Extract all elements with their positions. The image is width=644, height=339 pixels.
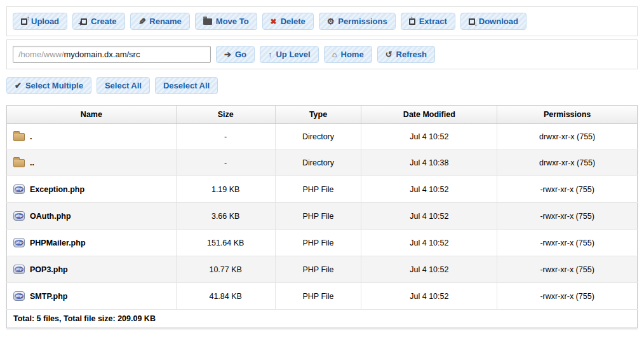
move-to-button-label: Move To	[216, 17, 249, 26]
up-level-icon: ↑	[268, 50, 272, 59]
file-name: SMTP.php	[30, 292, 68, 301]
permissions-button[interactable]: ⚙ Permissions	[319, 13, 396, 30]
column-header-size[interactable]: Size	[176, 106, 275, 124]
file-name-cell[interactable]: .	[7, 124, 177, 150]
create-button[interactable]: Create	[72, 13, 124, 30]
selection-bar: ✔ Select Multiple Select All Deselect Al…	[6, 74, 638, 97]
move-to-button[interactable]: Move To	[195, 13, 257, 30]
path-main-text: mydomain.dx.am/src	[64, 50, 140, 59]
checkmark-icon: ✔	[15, 81, 22, 90]
table-row: php OAuth.php 3.66 KB PHP File Jul 4 10:…	[7, 203, 638, 230]
home-icon: ⌂	[332, 50, 337, 59]
path-input[interactable]: /home/www/mydomain.dx.am/src	[13, 46, 211, 63]
permissions-icon: ⚙	[327, 17, 335, 25]
extract-button[interactable]: Extract	[401, 13, 455, 30]
file-size-cell: -	[176, 124, 275, 150]
file-date-cell: Jul 4 10:38	[361, 150, 497, 176]
delete-button-label: Delete	[281, 17, 305, 26]
deselect-all-button[interactable]: Deselect All	[155, 77, 218, 94]
select-all-button[interactable]: Select All	[97, 77, 150, 94]
file-name: PHPMailer.php	[30, 239, 86, 247]
file-permissions-cell: -rwxr-xr-x (755)	[497, 176, 638, 203]
refresh-icon: ↺	[386, 50, 392, 59]
home-button[interactable]: ⌂ Home	[324, 46, 372, 63]
file-type-cell: PHP File	[275, 176, 361, 203]
file-name-cell[interactable]: php POP3.php	[7, 256, 177, 283]
php-file-icon: php	[13, 265, 25, 274]
home-button-label: Home	[341, 50, 364, 59]
file-date-cell: Jul 4 10:52	[361, 256, 497, 283]
file-size-cell: 41.84 KB	[176, 283, 275, 310]
download-button[interactable]: Download	[460, 13, 527, 30]
create-button-label: Create	[91, 17, 116, 26]
path-prefix-text: /home/www/	[18, 50, 64, 59]
column-header-type[interactable]: Type	[275, 106, 361, 124]
select-multiple-button-label: Select Multiple	[25, 81, 83, 90]
go-button[interactable]: ➔ Go	[216, 46, 255, 63]
permissions-button-label: Permissions	[338, 17, 387, 26]
column-header-date-modified[interactable]: Date Modified	[361, 106, 497, 124]
file-permissions-cell: drwxr-xr-x (755)	[497, 124, 638, 150]
file-size-cell: -	[176, 150, 275, 176]
upload-button-label: Upload	[31, 17, 59, 26]
file-type-cell: PHP File	[275, 230, 361, 256]
file-date-cell: Jul 4 10:52	[361, 176, 497, 203]
table-row: . - Directory Jul 4 10:52 drwxr-xr-x (75…	[7, 124, 638, 150]
path-bar: /home/www/mydomain.dx.am/src ➔ Go ↑ Up L…	[6, 39, 638, 69]
file-name-cell[interactable]: php SMTP.php	[7, 283, 177, 310]
download-icon	[469, 18, 475, 25]
rename-button[interactable]: ✎ Rename	[130, 13, 190, 30]
file-type-cell: Directory	[275, 150, 361, 176]
folder-icon	[13, 159, 25, 167]
create-icon	[81, 18, 87, 25]
file-name: OAuth.php	[30, 212, 71, 221]
file-name-cell[interactable]: php PHPMailer.php	[7, 230, 177, 256]
column-header-permissions[interactable]: Permissions	[497, 106, 638, 124]
file-name-cell[interactable]: php Exception.php	[7, 176, 177, 203]
file-size-cell: 151.64 KB	[176, 230, 275, 256]
up-level-button[interactable]: ↑ Up Level	[260, 46, 319, 63]
table-footer-row: Total: 5 files, Total file size: 209.09 …	[7, 310, 638, 328]
php-file-icon: php	[13, 184, 25, 194]
file-type-cell: PHP File	[275, 283, 361, 310]
file-name: Exception.php	[30, 185, 84, 194]
file-name-cell[interactable]: ..	[7, 150, 177, 176]
totals-summary: Total: 5 files, Total file size: 209.09 …	[7, 310, 638, 328]
file-name-cell[interactable]: php OAuth.php	[7, 203, 177, 230]
php-file-icon: php	[13, 291, 25, 301]
file-date-cell: Jul 4 10:52	[361, 230, 497, 256]
refresh-button[interactable]: ↺ Refresh	[377, 46, 435, 63]
file-permissions-cell: drwxr-xr-x (755)	[497, 150, 638, 176]
select-multiple-button[interactable]: ✔ Select Multiple	[6, 77, 91, 94]
upload-button[interactable]: Upload	[13, 13, 67, 30]
folder-icon	[13, 133, 25, 141]
move-to-icon	[203, 18, 212, 25]
download-button-label: Download	[479, 17, 518, 26]
file-type-cell: Directory	[275, 124, 361, 150]
file-name: ..	[30, 158, 34, 167]
table-row: php Exception.php 1.19 KB PHP File Jul 4…	[7, 176, 638, 203]
file-date-cell: Jul 4 10:52	[361, 203, 497, 230]
file-type-cell: PHP File	[275, 203, 361, 230]
file-actions-toolbar: Upload Create ✎ Rename Move To ✖ Delete …	[6, 6, 638, 36]
file-size-cell: 10.77 KB	[176, 256, 275, 283]
file-date-cell: Jul 4 10:52	[361, 124, 497, 150]
select-all-button-label: Select All	[105, 81, 142, 90]
rename-button-label: Rename	[149, 17, 182, 26]
table-row: php POP3.php 10.77 KB PHP File Jul 4 10:…	[7, 256, 638, 283]
delete-button[interactable]: ✖ Delete	[262, 13, 314, 30]
rename-icon: ✎	[138, 17, 146, 26]
extract-icon	[409, 18, 415, 25]
file-type-cell: PHP File	[275, 256, 361, 283]
column-header-name[interactable]: Name	[7, 106, 177, 124]
file-name: POP3.php	[30, 265, 68, 274]
go-icon: ➔	[224, 50, 231, 59]
refresh-button-label: Refresh	[396, 50, 427, 59]
delete-icon: ✖	[271, 18, 277, 25]
up-level-button-label: Up Level	[276, 50, 310, 59]
file-size-cell: 1.19 KB	[176, 176, 275, 203]
file-permissions-cell: -rwxr-xr-x (755)	[497, 203, 638, 230]
deselect-all-button-label: Deselect All	[163, 81, 210, 90]
file-permissions-cell: -rwxr-xr-x (755)	[497, 230, 638, 256]
table-header-row: Name Size Type Date Modified Permissions	[7, 106, 638, 124]
